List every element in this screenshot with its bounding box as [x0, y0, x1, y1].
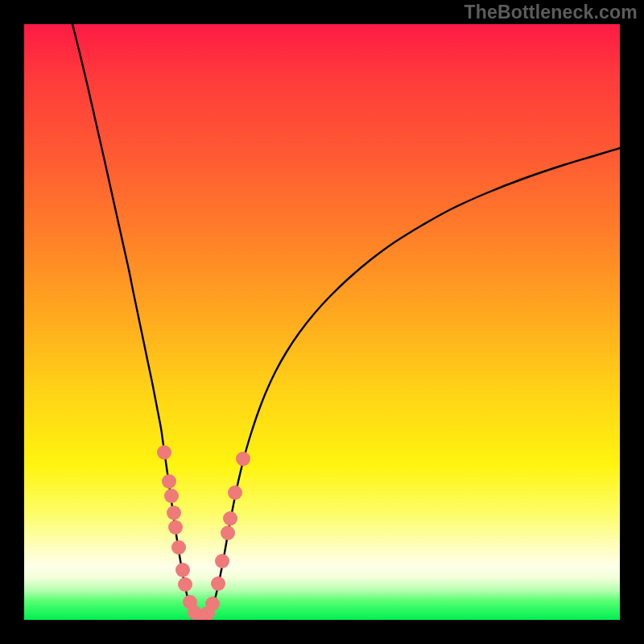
data-marker — [175, 563, 190, 577]
plot-area — [24, 24, 620, 620]
data-marker — [221, 526, 235, 540]
data-marker — [228, 485, 242, 500]
data-marker — [168, 520, 183, 535]
data-marker — [157, 445, 171, 460]
chart-stage: TheBottleneck.com — [0, 0, 644, 644]
data-marker — [205, 597, 220, 611]
data-marker — [211, 576, 225, 591]
data-marker — [236, 452, 250, 466]
data-marker — [215, 554, 229, 568]
data-marker — [223, 511, 237, 526]
data-marker — [164, 489, 179, 503]
right-curve — [201, 148, 620, 619]
chart-svg — [24, 24, 620, 620]
watermark-text: TheBottleneck.com — [464, 2, 638, 23]
data-marker — [178, 577, 192, 592]
data-marker — [171, 540, 186, 555]
data-marker — [162, 474, 176, 489]
data-markers — [157, 445, 250, 620]
data-marker — [167, 506, 181, 520]
